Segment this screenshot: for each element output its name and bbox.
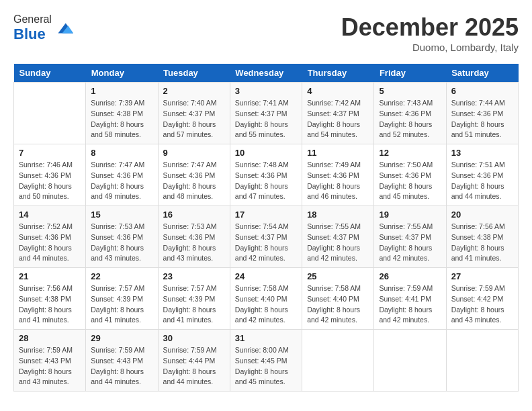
day-info: Sunrise: 7:59 AM Sunset: 4:41 PM Dayligh… <box>379 283 441 326</box>
calendar-cell: 5Sunrise: 7:43 AM Sunset: 4:36 PM Daylig… <box>374 83 446 144</box>
day-info: Sunrise: 7:57 AM Sunset: 4:39 PM Dayligh… <box>163 283 225 326</box>
weekday-header: Wednesday <box>230 64 302 83</box>
day-number: 31 <box>235 333 297 343</box>
day-info: Sunrise: 7:56 AM Sunset: 4:38 PM Dayligh… <box>451 222 513 264</box>
calendar-cell: 27Sunrise: 7:59 AM Sunset: 4:42 PM Dayli… <box>446 268 518 330</box>
weekday-header: Sunday <box>14 64 86 83</box>
calendar-week: 28Sunrise: 7:59 AM Sunset: 4:43 PM Dayli… <box>14 330 519 392</box>
calendar-cell <box>446 330 518 392</box>
title-block: December 2025 Duomo, Lombardy, Italy <box>341 13 519 53</box>
day-info: Sunrise: 7:58 AM Sunset: 4:40 PM Dayligh… <box>235 283 297 326</box>
day-info: Sunrise: 8:00 AM Sunset: 4:45 PM Dayligh… <box>235 345 297 387</box>
day-number: 8 <box>91 148 152 158</box>
day-info: Sunrise: 7:46 AM Sunset: 4:36 PM Dayligh… <box>19 160 81 202</box>
day-number: 6 <box>451 86 513 96</box>
weekday-header: Saturday <box>446 64 518 83</box>
day-info: Sunrise: 7:59 AM Sunset: 4:43 PM Dayligh… <box>19 345 81 387</box>
day-number: 10 <box>235 148 297 158</box>
calendar-cell: 20Sunrise: 7:56 AM Sunset: 4:38 PM Dayli… <box>446 206 518 268</box>
page-header: General Blue December 2025 Duomo, Lombar… <box>13 13 519 53</box>
logo-icon <box>53 18 73 38</box>
day-number: 18 <box>307 210 369 220</box>
day-info: Sunrise: 7:47 AM Sunset: 4:36 PM Dayligh… <box>91 160 152 202</box>
day-number: 29 <box>91 333 152 343</box>
calendar-cell: 13Sunrise: 7:51 AM Sunset: 4:36 PM Dayli… <box>446 144 518 206</box>
day-number: 20 <box>451 210 513 220</box>
logo: General Blue <box>13 13 73 43</box>
day-info: Sunrise: 7:41 AM Sunset: 4:37 PM Dayligh… <box>235 98 297 140</box>
day-info: Sunrise: 7:55 AM Sunset: 4:37 PM Dayligh… <box>379 222 441 264</box>
calendar-cell: 26Sunrise: 7:59 AM Sunset: 4:41 PM Dayli… <box>374 268 446 330</box>
day-info: Sunrise: 7:56 AM Sunset: 4:38 PM Dayligh… <box>19 283 81 326</box>
day-number: 12 <box>379 148 441 158</box>
calendar-cell <box>14 83 86 144</box>
calendar-cell: 19Sunrise: 7:55 AM Sunset: 4:37 PM Dayli… <box>374 206 446 268</box>
day-info: Sunrise: 7:43 AM Sunset: 4:36 PM Dayligh… <box>379 98 441 140</box>
day-number: 23 <box>163 271 225 281</box>
day-number: 13 <box>451 148 513 158</box>
location: Duomo, Lombardy, Italy <box>341 42 519 53</box>
calendar-cell: 11Sunrise: 7:49 AM Sunset: 4:36 PM Dayli… <box>302 144 374 206</box>
calendar-cell: 14Sunrise: 7:52 AM Sunset: 4:36 PM Dayli… <box>14 206 86 268</box>
day-number: 15 <box>91 210 152 220</box>
calendar-header: SundayMondayTuesdayWednesdayThursdayFrid… <box>14 64 519 83</box>
day-info: Sunrise: 7:55 AM Sunset: 4:37 PM Dayligh… <box>307 222 369 264</box>
day-info: Sunrise: 7:53 AM Sunset: 4:36 PM Dayligh… <box>91 222 152 264</box>
day-info: Sunrise: 7:48 AM Sunset: 4:36 PM Dayligh… <box>235 160 297 202</box>
day-number: 24 <box>235 271 297 281</box>
day-info: Sunrise: 7:52 AM Sunset: 4:36 PM Dayligh… <box>19 222 81 264</box>
day-number: 11 <box>307 148 369 158</box>
day-number: 22 <box>91 271 152 281</box>
day-number: 4 <box>307 86 369 96</box>
calendar-cell: 1Sunrise: 7:39 AM Sunset: 4:38 PM Daylig… <box>86 83 158 144</box>
calendar-table: SundayMondayTuesdayWednesdayThursdayFrid… <box>13 64 519 392</box>
calendar-cell <box>302 330 374 392</box>
day-info: Sunrise: 7:59 AM Sunset: 4:44 PM Dayligh… <box>163 345 225 387</box>
day-info: Sunrise: 7:47 AM Sunset: 4:36 PM Dayligh… <box>163 160 225 202</box>
day-number: 2 <box>163 86 225 96</box>
logo-general: General <box>13 13 52 25</box>
calendar-cell <box>374 330 446 392</box>
weekday-header: Monday <box>86 64 158 83</box>
day-number: 30 <box>163 333 225 343</box>
day-info: Sunrise: 7:59 AM Sunset: 4:43 PM Dayligh… <box>91 345 152 387</box>
calendar-cell: 31Sunrise: 8:00 AM Sunset: 4:45 PM Dayli… <box>230 330 302 392</box>
day-number: 27 <box>451 271 513 281</box>
calendar-cell: 30Sunrise: 7:59 AM Sunset: 4:44 PM Dayli… <box>158 330 230 392</box>
day-info: Sunrise: 7:54 AM Sunset: 4:37 PM Dayligh… <box>235 222 297 264</box>
day-number: 1 <box>91 86 152 96</box>
day-info: Sunrise: 7:57 AM Sunset: 4:39 PM Dayligh… <box>91 283 152 326</box>
day-number: 25 <box>307 271 369 281</box>
weekday-header: Friday <box>374 64 446 83</box>
day-number: 28 <box>19 333 81 343</box>
calendar-week: 14Sunrise: 7:52 AM Sunset: 4:36 PM Dayli… <box>14 206 519 268</box>
day-number: 19 <box>379 210 441 220</box>
calendar-cell: 15Sunrise: 7:53 AM Sunset: 4:36 PM Dayli… <box>86 206 158 268</box>
weekday-header: Tuesday <box>158 64 230 83</box>
day-number: 3 <box>235 86 297 96</box>
calendar-cell: 25Sunrise: 7:58 AM Sunset: 4:40 PM Dayli… <box>302 268 374 330</box>
day-number: 26 <box>379 271 441 281</box>
day-number: 7 <box>19 148 81 158</box>
day-number: 16 <box>163 210 225 220</box>
calendar-cell: 8Sunrise: 7:47 AM Sunset: 4:36 PM Daylig… <box>86 144 158 206</box>
calendar-week: 21Sunrise: 7:56 AM Sunset: 4:38 PM Dayli… <box>14 268 519 330</box>
calendar-week: 7Sunrise: 7:46 AM Sunset: 4:36 PM Daylig… <box>14 144 519 206</box>
day-number: 9 <box>163 148 225 158</box>
calendar-cell: 6Sunrise: 7:44 AM Sunset: 4:36 PM Daylig… <box>446 83 518 144</box>
day-info: Sunrise: 7:51 AM Sunset: 4:36 PM Dayligh… <box>451 160 513 202</box>
calendar-cell: 4Sunrise: 7:42 AM Sunset: 4:37 PM Daylig… <box>302 83 374 144</box>
day-info: Sunrise: 7:59 AM Sunset: 4:42 PM Dayligh… <box>451 283 513 326</box>
weekday-header: Thursday <box>302 64 374 83</box>
calendar-cell: 2Sunrise: 7:40 AM Sunset: 4:37 PM Daylig… <box>158 83 230 144</box>
calendar-cell: 28Sunrise: 7:59 AM Sunset: 4:43 PM Dayli… <box>14 330 86 392</box>
day-info: Sunrise: 7:40 AM Sunset: 4:37 PM Dayligh… <box>163 98 225 140</box>
day-info: Sunrise: 7:58 AM Sunset: 4:40 PM Dayligh… <box>307 283 369 326</box>
calendar-cell: 22Sunrise: 7:57 AM Sunset: 4:39 PM Dayli… <box>86 268 158 330</box>
calendar-cell: 3Sunrise: 7:41 AM Sunset: 4:37 PM Daylig… <box>230 83 302 144</box>
calendar-cell: 9Sunrise: 7:47 AM Sunset: 4:36 PM Daylig… <box>158 144 230 206</box>
day-info: Sunrise: 7:44 AM Sunset: 4:36 PM Dayligh… <box>451 98 513 140</box>
day-number: 21 <box>19 271 81 281</box>
day-info: Sunrise: 7:49 AM Sunset: 4:36 PM Dayligh… <box>307 160 369 202</box>
day-info: Sunrise: 7:50 AM Sunset: 4:36 PM Dayligh… <box>379 160 441 202</box>
